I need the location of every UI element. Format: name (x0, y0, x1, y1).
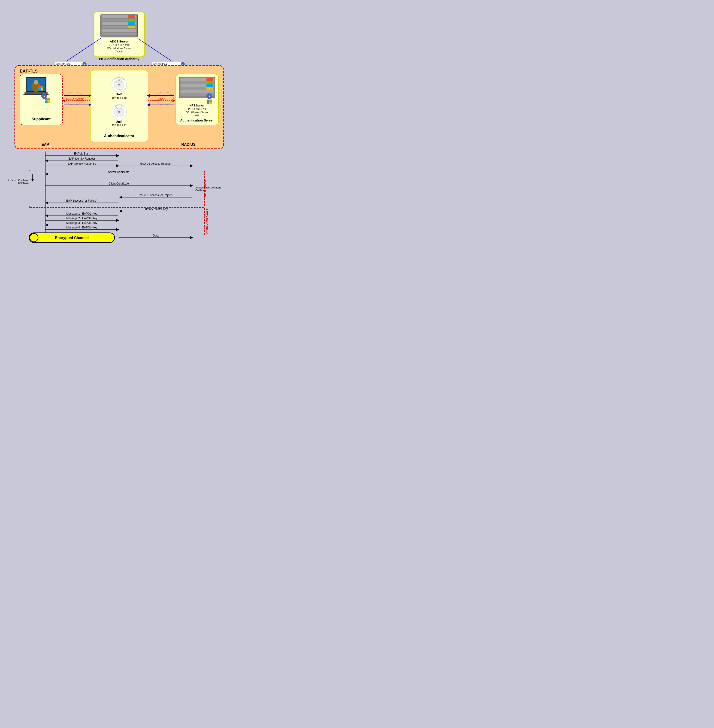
svg-point-82 (30, 234, 38, 242)
msg14-label: Data (153, 234, 159, 237)
main-diagram: ADCS Server IP : 192.168.1.210 OS : Wind… (4, 5, 226, 249)
svg-rect-11 (128, 22, 135, 25)
svg-rect-34 (48, 101, 50, 103)
svg-point-22 (34, 80, 38, 84)
svg-rect-50 (207, 78, 213, 81)
pki-title: PKI/Certification Authority (99, 57, 140, 61)
svg-point-38 (118, 84, 120, 86)
svg-rect-48 (180, 90, 214, 93)
svg-rect-7 (102, 29, 136, 32)
msg3-label: EAP-Identity Response (68, 162, 96, 165)
msg9-label: Primary Master Key (143, 207, 168, 211)
nps-ip: IP : 192.168.1.200 (188, 108, 207, 110)
svg-rect-32 (48, 98, 50, 100)
svg-text:★: ★ (84, 63, 86, 65)
msg10-label: Message 1 : EAPOL-Key (66, 212, 97, 215)
supplicant-label: Supplicant (32, 117, 51, 121)
radius-label: RADIUS (157, 98, 166, 100)
svg-rect-57 (210, 99, 212, 102)
validate-server-label2: Certificate (18, 182, 28, 184)
adcs-server-label: ADCS Server (110, 40, 129, 43)
nps-os: OS : Windows Server (186, 111, 208, 114)
svg-rect-51 (207, 81, 213, 84)
svg-rect-58 (207, 102, 209, 104)
auth-server-label: Authentication Server (180, 119, 214, 122)
nps-cert-label: nps.std.local (153, 63, 167, 65)
encrypted-channel-label: Encrypted Channel (55, 236, 88, 240)
svg-rect-33 (45, 101, 48, 103)
svg-rect-28 (41, 88, 43, 90)
diagram-svg: ADCS Server IP : 192.168.1.210 OS : Wind… (8, 8, 230, 244)
svg-rect-8 (102, 33, 136, 35)
adcs-role: ADCS (116, 50, 123, 53)
svg-text:★: ★ (182, 63, 184, 65)
validate-server-label: Validate Server Certificate (8, 179, 28, 182)
adcs-os: OS : Windows Server (107, 47, 131, 50)
fourway-label: 4 Way Handshake (205, 209, 209, 234)
svg-point-42 (118, 111, 120, 113)
nps-name: NPS Server (189, 104, 205, 107)
msg13-label: Message 4 : EAPOL-Key (66, 226, 97, 229)
eaptls-label: EAP-TLS (20, 69, 38, 74)
msg11-label: Message 2 : EAPOL-Key (66, 217, 97, 220)
svg-rect-25 (38, 86, 40, 88)
eapol-label: 802.1X (EAPoL) (66, 98, 84, 100)
msg2-label: EAP-Identity Request (69, 157, 95, 160)
msg6-label: Client Certificate (108, 182, 129, 185)
msg12-label: Message 3 : EAPOL-Key (66, 221, 97, 225)
ap2-ip: 192.168.1.11 (112, 124, 126, 126)
validate-client-label: Validate Client Certificate (195, 186, 221, 189)
svg-text:★: ★ (208, 95, 211, 98)
adcs-ip: IP : 192.168.1.210 (109, 44, 129, 47)
svg-text:★: ★ (43, 95, 45, 98)
svg-rect-26 (41, 86, 43, 88)
svg-rect-53 (207, 87, 213, 90)
pki-server-group: ADCS Server IP : 192.168.1.210 OS : Wind… (94, 12, 144, 61)
msg5-label: Server Certificate (108, 170, 129, 174)
ap1-ip: 192.168.1.10 (112, 96, 126, 99)
authenticator-label: Authenticaticator (104, 134, 134, 138)
svg-rect-10 (128, 19, 135, 21)
msg7-label: RADIUS Access (or Reject) (139, 194, 172, 197)
radius-protocol-label: RADIUS (181, 143, 196, 146)
svg-rect-9 (128, 15, 135, 18)
user-cert-label: user.std.local (56, 63, 71, 65)
ap2-name: Unifi (116, 120, 123, 123)
svg-rect-56 (207, 99, 209, 102)
eap-protocol-label: EAP (42, 143, 49, 146)
ap1-name: Unifi (116, 93, 123, 96)
nps-role: NPS (195, 114, 200, 117)
validate-client-label2: Certificate (195, 189, 206, 192)
svg-rect-59 (210, 102, 212, 104)
msg8-label: EAP Success (or Failure) (66, 199, 98, 202)
svg-rect-27 (38, 88, 40, 90)
svg-rect-52 (207, 84, 213, 87)
svg-rect-12 (128, 26, 135, 29)
svg-rect-31 (45, 98, 48, 100)
msg4-label: RADIUS-Access Request (140, 162, 172, 165)
msg1-label: EAPoL-Start (74, 152, 90, 155)
